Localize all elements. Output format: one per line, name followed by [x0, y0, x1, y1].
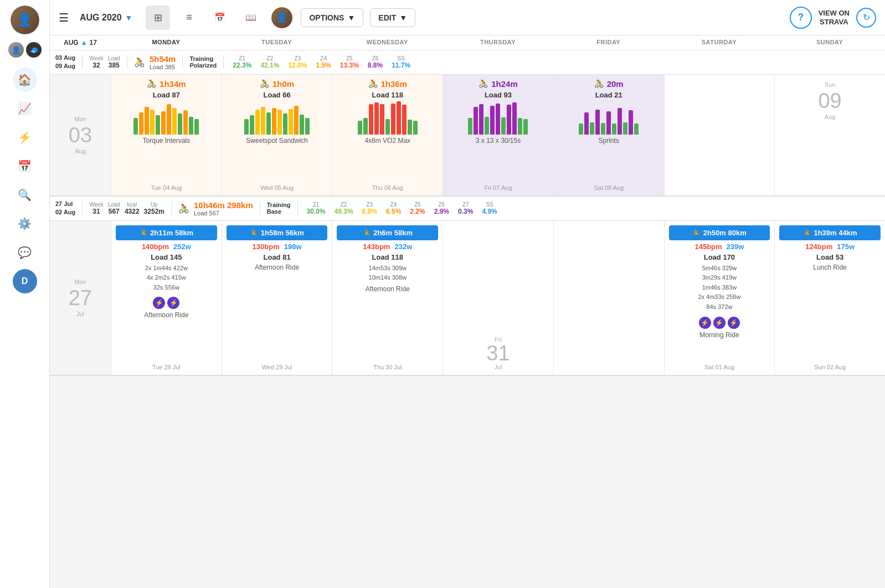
view-strava-button[interactable]: VIEW ON STRAVA — [819, 9, 850, 26]
header-sunday: SUNDAY — [774, 39, 885, 47]
thu-bike-icon: 🚴 — [478, 79, 488, 88]
sidebar: 👤 👤 🧢 🏠 📈 ⚡ 📅 🔍 ⚙️ 💬 D — [0, 0, 50, 588]
sidebar-item-home[interactable]: 🏠 — [13, 68, 37, 92]
week32-wednesday-cell[interactable]: 🚴 1h36m Load 118 4x8m VO2 — [332, 75, 443, 195]
sat-flash-1: ⚡ — [699, 317, 711, 329]
w31-tue-header: 🚴 1h58m 56km — [227, 225, 328, 240]
week-day-headers: AUG ▲ 17 MONDAY TUESDAY WEDNESDAY THURSD… — [50, 35, 885, 50]
sidebar-item-messages[interactable]: 💬 — [13, 240, 37, 265]
week32-tuesday-cell[interactable]: 🚴 1h0m Load 66 — [222, 75, 332, 195]
mon-time: 1h34m — [159, 79, 186, 89]
sidebar-item-trends[interactable]: 📈 — [13, 96, 37, 121]
week32-bike-icon: 🚴 — [134, 57, 145, 68]
sidebar-item-power[interactable]: ⚡ — [13, 125, 37, 149]
week31-monday-cell[interactable]: 🚴 2h11m 58km 140bpm 252w Load 145 2x 1m4… — [111, 221, 222, 375]
week32-z1: Z1 22.3% — [230, 55, 254, 69]
week32-week: Week 32 — [89, 55, 103, 69]
w31-sun-watt: 175w — [837, 243, 855, 251]
week32-z5: Z5 13.3% — [338, 55, 361, 69]
week31-z7: Z7 0.3% — [456, 202, 475, 215]
add-event-button[interactable]: 📅 — [208, 6, 232, 30]
header-tuesday: TUESDAY — [222, 39, 332, 47]
wed-activity-name: 4x8m VO2 Max — [364, 137, 410, 145]
grid-view-button[interactable]: ⊞ — [146, 6, 170, 30]
sat-flash-2: ⚡ — [713, 317, 726, 329]
week31-load: Load 567 — [108, 202, 120, 215]
mini-avatar-1[interactable]: 👤 — [8, 42, 24, 58]
sidebar-item-search[interactable]: 🔍 — [13, 183, 37, 207]
week32-summary: 03 Aug 09 Aug Week 32 Load 385 🚴 5h54m L… — [50, 50, 885, 75]
w31-tue-bpm: 130bpm — [253, 243, 280, 251]
week32-dates: 03 Aug 09 Aug — [55, 54, 75, 71]
week31-dates: 27 Jul 02 Aug — [55, 200, 75, 217]
thu-load: Load 93 — [485, 91, 512, 99]
w31-mon-details: 2x 1m44s 422w4x 2m2s 415w32s 556w — [145, 264, 188, 293]
w31-sat-datelabel: Sat 01 Aug — [704, 364, 734, 370]
week31-kcal: kcal 4322 — [125, 202, 140, 215]
w31-sun-timedist: 🚴 1h39m 44km — [784, 229, 876, 237]
refresh-button[interactable]: ↻ — [856, 8, 876, 28]
w31-sun-datelabel: Sun 02 Aug — [814, 364, 846, 370]
options-arrow: ▼ — [347, 13, 355, 22]
list-view-button[interactable]: ≡ — [177, 6, 201, 30]
wed-bar-chart — [337, 101, 438, 135]
week-back-nav[interactable]: AUG ▲ 17 — [50, 39, 111, 47]
header-thursday: THURSDAY — [443, 39, 553, 47]
week31-z1: Z1 30.0% — [305, 202, 328, 215]
edit-button[interactable]: EDIT ▼ — [370, 8, 415, 27]
week32-monday-cell[interactable]: 🚴 1h34m Load 87 — [111, 75, 222, 195]
sidebar-item-disqus[interactable]: D — [13, 269, 37, 293]
week31-saturday-cell[interactable]: 🚴 2h50m 80km 145bpm 239w Load 170 5m46s … — [664, 221, 775, 375]
w31-mon-datelabel: Tue 28 Jul — [152, 364, 181, 370]
week32-thursday-cell[interactable]: 🚴 1h24m Load 93 3 x 13 x — [443, 75, 553, 195]
profile-button[interactable]: 👤 — [270, 6, 294, 30]
week31-sunday-cell[interactable]: 🚴 1h39m 44km 124bpm 175w Load 53 Lunch R… — [774, 221, 885, 375]
week31-wednesday-cell[interactable]: 🚴 2h6m 58km 143bpm 232w Load 118 14m53s … — [332, 221, 443, 375]
options-button[interactable]: OPTIONS ▼ — [301, 8, 363, 27]
w31-tue-ridename: Afternoon Ride — [255, 264, 299, 271]
book-button[interactable]: 📖 — [239, 6, 263, 30]
w31-mon-tags: ⚡ ⚡ — [153, 297, 179, 309]
w31-sat-header: 🚴 2h50m 80km — [669, 225, 770, 240]
w31-sat-tags: ⚡ ⚡ ⚡ — [699, 317, 740, 329]
w31-mon-ridename: Afternoon Ride — [144, 311, 188, 319]
month-selector[interactable]: AUG 2020 ▼ — [80, 13, 132, 23]
thu-date-label: Fri 07 Aug — [484, 184, 512, 191]
tue-time: 1h0m — [272, 79, 294, 89]
w31-sat-timedist: 🚴 2h50m 80km — [673, 229, 766, 237]
thu-bar-chart — [447, 101, 549, 135]
tue-bike-icon: 🚴 — [260, 79, 269, 88]
week32-friday-cell[interactable]: 🚴 20m Load 21 Sprints — [553, 75, 664, 195]
topnav: ☰ AUG 2020 ▼ ⊞ ≡ 📅 📖 👤 OPTIONS ▼ EDIT ▼ … — [50, 0, 885, 35]
week31-friday-cell — [553, 221, 664, 375]
week32-duration: 5h54m — [150, 54, 176, 64]
month-label: AUG 2020 — [80, 13, 122, 23]
header-saturday: SATURDAY — [664, 39, 775, 47]
w31-sat-ridename: Morning Ride — [699, 331, 739, 339]
w31-wed-bpm: 143bpm — [363, 243, 390, 251]
week32-load-label: Load 385 — [150, 64, 176, 70]
header-friday: FRIDAY — [553, 39, 664, 47]
w31-wed-watt: 232w — [394, 243, 412, 251]
w31-wed-timedist: 🚴 2h6m 58km — [341, 229, 434, 237]
w31-wed-details: 14m53s 309w10m14s 308w — [369, 264, 407, 283]
w31-mon-header: 🚴 2h11m 58km — [116, 225, 217, 240]
w31-sat-details: 5m46s 329w3m29s 419w1m46s 383w2x 4m33s 2… — [698, 264, 740, 312]
help-button[interactable]: ? — [790, 7, 812, 29]
week32-ss: SS 11.7% — [389, 55, 413, 69]
mini-avatar-2[interactable]: 🧢 — [26, 42, 42, 58]
avatar-primary[interactable]: 👤 — [11, 6, 39, 34]
week31-thursday-cell: Fri 31 Jul — [443, 221, 553, 375]
week31-duration-dist: 10h46m 298km — [194, 200, 253, 210]
sidebar-item-settings[interactable]: ⚙️ — [13, 212, 37, 236]
hamburger-button[interactable]: ☰ — [59, 11, 69, 24]
fri-activity-name: Sprints — [599, 137, 619, 145]
sidebar-item-calendar[interactable]: 📅 — [13, 154, 37, 178]
main-content: ☰ AUG 2020 ▼ ⊞ ≡ 📅 📖 👤 OPTIONS ▼ EDIT ▼ … — [50, 0, 885, 588]
week31-grid: Mon 27 Jul 🚴 2h11m 58km 140bpm 252w Load… — [50, 221, 885, 376]
week31-tuesday-cell[interactable]: 🚴 1h58m 56km 130bpm 198w Load 81 Afterno… — [222, 221, 332, 375]
week32-z6: Z6 8.8% — [366, 55, 385, 69]
flash-icon-2: ⚡ — [167, 297, 179, 309]
w31-wed-load: Load 118 — [372, 253, 403, 261]
flash-icon-1: ⚡ — [153, 297, 165, 309]
